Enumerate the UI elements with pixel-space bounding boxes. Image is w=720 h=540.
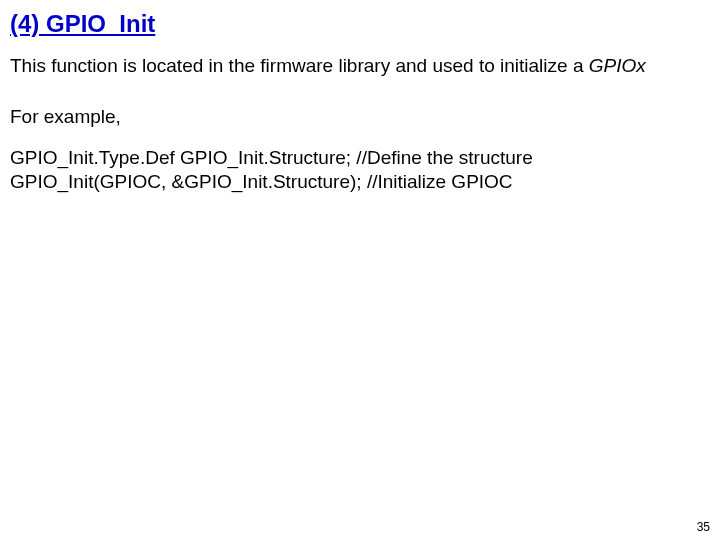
description-paragraph: This function is located in the firmware… <box>10 54 710 78</box>
page-number: 35 <box>697 520 710 534</box>
code-line-1: GPIO_Init.Type.Def GPIO_Init.Structure; … <box>10 146 710 170</box>
section-heading: (4) GPIO_Init <box>10 10 710 38</box>
description-text: This function is located in the firmware… <box>10 55 589 76</box>
code-line-2: GPIO_Init(GPIOC, &GPIO_Init.Structure); … <box>10 170 710 194</box>
description-italic-term: GPIOx <box>589 55 646 76</box>
example-label: For example, <box>10 106 710 128</box>
